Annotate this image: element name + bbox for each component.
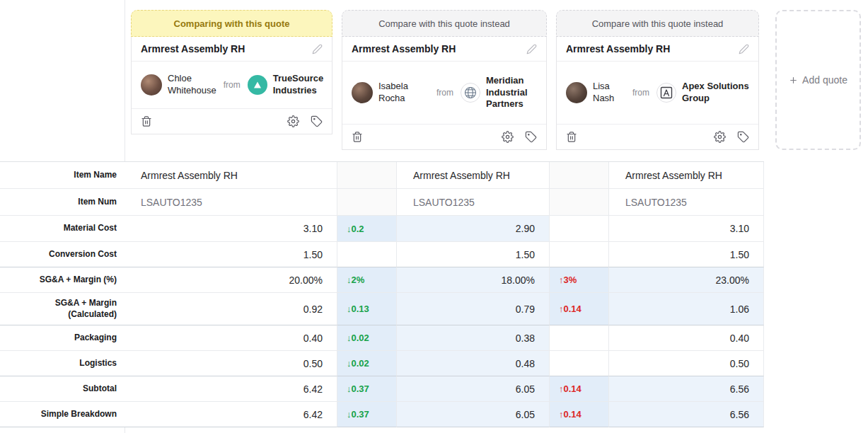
- delta-q1-q2: ↓0.37: [337, 402, 397, 427]
- quote-comparison-screen: Comparing with this quote Armrest Assemb…: [0, 0, 868, 433]
- quote2-value: 2.90: [397, 216, 550, 242]
- quote1-value: 0.40: [125, 325, 337, 351]
- quote2-value: 0.48: [397, 351, 550, 376]
- row-label: Item Name: [0, 162, 125, 189]
- row-label: Packaging: [0, 325, 125, 351]
- quote-contact-row: Isabela Rocha from Meridian Industrial P…: [342, 62, 546, 124]
- quote-tag-icon[interactable]: [737, 131, 749, 143]
- quote-settings-gear-icon[interactable]: [714, 131, 726, 143]
- delete-quote-icon[interactable]: [566, 131, 577, 143]
- quote2-value: 0.38: [397, 325, 550, 351]
- delete-quote-icon[interactable]: [352, 131, 363, 143]
- quote1-value: 6.42: [125, 376, 337, 402]
- quote-actions-row: [557, 124, 758, 149]
- quote-tag-icon[interactable]: [525, 131, 537, 143]
- quote-settings-gear-icon[interactable]: [287, 115, 299, 127]
- company-name: TrueSource Industries: [273, 73, 324, 97]
- delta-q2-q3: [550, 325, 609, 351]
- edit-quote-icon[interactable]: [312, 44, 323, 54]
- quote3-value: Armrest Assembly RH: [609, 162, 764, 189]
- delta-q1-q2: ↓0.02: [337, 351, 397, 376]
- quote-actions-row: [132, 108, 332, 134]
- row-label: Simple Breakdown: [0, 402, 125, 427]
- quote-title: Armrest Assembly RH: [566, 43, 670, 54]
- quote-title-row: Armrest Assembly RH: [557, 37, 758, 62]
- delta-q1-q2: ↓0.13: [337, 293, 397, 325]
- row-label: SG&A + Margin (Calculated): [0, 293, 125, 325]
- quote2-value: 6.05: [397, 402, 550, 427]
- compare-quote-header-button[interactable]: Compare with this quote instead: [556, 10, 759, 37]
- quote-contact-row: Chloe Whitehouse from TrueSource Industr…: [132, 62, 332, 108]
- delta-q2-q3: [550, 162, 609, 189]
- active-quote-header: Comparing with this quote: [131, 10, 332, 37]
- quote1-value: 3.10: [125, 216, 337, 242]
- quote1-value: LSAUTO1235: [125, 189, 337, 216]
- quote-title: Armrest Assembly RH: [141, 43, 245, 54]
- quote2-value: 1.50: [397, 242, 550, 267]
- delta-q2-q3: [550, 216, 609, 242]
- quote1-value: 20.00%: [125, 267, 337, 293]
- quote3-value: 0.50: [609, 351, 764, 376]
- contact-name: Chloe Whitehouse: [168, 73, 216, 96]
- company-logo-apex-icon: [656, 83, 676, 103]
- delta-q2-q3: ↑0.14: [550, 402, 609, 427]
- compare-quote-header-button[interactable]: Compare with this quote instead: [342, 10, 547, 37]
- quote-card-2: Compare with this quote instead Armrest …: [342, 10, 547, 150]
- row-label: Material Cost: [0, 216, 125, 242]
- edit-quote-icon[interactable]: [739, 44, 749, 54]
- from-label: from: [631, 88, 651, 98]
- delta-q2-q3: [550, 242, 609, 267]
- company-name: Meridian Industrial Partners: [486, 75, 537, 111]
- quote1-value: 0.50: [125, 351, 337, 376]
- add-quote-label: Add quote: [802, 74, 847, 86]
- add-quote-button[interactable]: Add quote: [775, 10, 861, 150]
- edit-quote-icon[interactable]: [526, 44, 537, 54]
- quote-settings-gear-icon[interactable]: [502, 131, 514, 143]
- delta-q1-q2: [337, 189, 397, 216]
- quote2-value: 6.05: [397, 376, 550, 402]
- quote3-value: 6.56: [609, 376, 764, 402]
- quote3-value: 23.00%: [609, 267, 764, 293]
- contact-name: Isabela Rocha: [378, 81, 429, 104]
- contact-avatar: [352, 82, 373, 103]
- quote-card-3: Compare with this quote instead Armrest …: [556, 10, 759, 150]
- quote1-value: 6.42: [125, 402, 337, 427]
- quote1-value: 0.92: [125, 293, 337, 325]
- quote-title-row: Armrest Assembly RH: [342, 37, 546, 62]
- company-name: Apex Solutions Group: [682, 81, 749, 105]
- row-label: SG&A + Margin (%): [0, 267, 125, 293]
- quote1-value: 1.50: [125, 242, 337, 267]
- from-label: from: [435, 88, 455, 98]
- delta-q1-q2: ↓0.37: [337, 376, 397, 402]
- delta-q2-q3: ↑0.14: [550, 376, 609, 402]
- quote3-value: 6.56: [609, 402, 764, 427]
- quote3-value: 0.40: [609, 325, 764, 351]
- comparison-table: Item Name Armrest Assembly RH Armrest As…: [0, 161, 764, 427]
- delta-q1-q2: [337, 242, 397, 267]
- delete-quote-icon[interactable]: [141, 115, 152, 127]
- company-logo-globe-icon: [461, 83, 480, 103]
- contact-avatar: [566, 82, 587, 103]
- quote3-value: LSAUTO1235: [609, 189, 764, 216]
- quote-title: Armrest Assembly RH: [352, 43, 456, 54]
- quote-actions-row: [342, 124, 546, 149]
- contact-avatar: [141, 74, 162, 96]
- quote2-value: Armrest Assembly RH: [397, 162, 550, 189]
- contact-name: Lisa Nash: [593, 81, 625, 104]
- quote2-value: 0.79: [397, 293, 550, 325]
- quote-title-row: Armrest Assembly RH: [132, 37, 332, 62]
- delta-q2-q3: ↑0.14: [550, 293, 609, 325]
- row-label: Conversion Cost: [0, 242, 125, 267]
- delta-q2-q3: [550, 351, 609, 376]
- quote3-value: 3.10: [609, 216, 764, 242]
- quote1-value: Armrest Assembly RH: [125, 162, 337, 189]
- from-label: from: [222, 80, 242, 90]
- quote-tag-icon[interactable]: [311, 115, 323, 127]
- row-label: Subtotal: [0, 376, 125, 402]
- row-label: Item Num: [0, 189, 125, 216]
- quote-contact-row: Lisa Nash from Apex Solutions Group: [557, 62, 758, 124]
- delta-q1-q2: ↓0.02: [337, 325, 397, 351]
- delta-q1-q2: ↓2%: [337, 267, 397, 293]
- delta-q1-q2: ↓0.2: [337, 216, 397, 242]
- delta-q1-q2: [337, 162, 397, 189]
